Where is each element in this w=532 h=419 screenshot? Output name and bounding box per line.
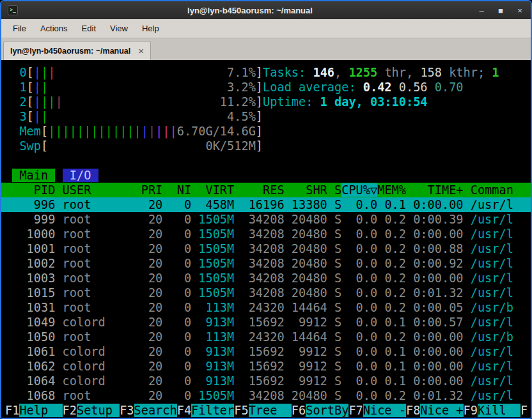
fkey-label-f5[interactable]: Tree (249, 404, 292, 417)
process-row-1050[interactable]: 1050 root 20 0 113M 24320 14464 S 0.0 0.… (1, 330, 531, 344)
process-row-1064[interactable]: 1064 colord 20 0 913M 15692 9912 S 0.0 0… (1, 374, 531, 388)
cpu-meter-0: 0[||| 7.1%]Tasks: 146, 1255 thr, 158 kth… (1, 65, 531, 80)
htop-tab-main[interactable]: Main (12, 169, 55, 182)
menu-item-actions[interactable]: Actions (34, 20, 74, 36)
process-row-1062[interactable]: 1062 colord 20 0 913M 15692 9912 S 0.0 0… (1, 359, 531, 374)
menu-item-view[interactable]: View (104, 20, 134, 36)
process-row-1049[interactable]: 1049 colord 20 0 913M 15692 9912 S 0.0 0… (1, 315, 531, 330)
fkey-f2[interactable]: F2 (63, 404, 77, 417)
column-header-s[interactable]: S (327, 183, 341, 197)
fkey-f1[interactable]: F1 (5, 404, 19, 417)
fkey-f5[interactable]: F5 (234, 404, 248, 417)
process-row-1015[interactable]: 1015 root 20 0 1505M 34208 20480 S 0.0 0… (1, 286, 531, 300)
menu-item-help[interactable]: Help (136, 20, 166, 36)
column-header-cmd[interactable]: Comman (471, 183, 528, 197)
process-table-header[interactable]: PID USER PRI NI VIRT RES SHR SCPU%▽MEM% … (1, 183, 531, 197)
htop-tab-io[interactable]: I/O (63, 169, 98, 182)
process-row-999[interactable]: 999 root 20 0 1505M 34208 20480 S 0.0 0.… (1, 212, 531, 227)
minimize-button[interactable]: – (477, 6, 486, 15)
fkey-label-f7[interactable]: Nice - (363, 404, 406, 417)
process-row-1061[interactable]: 1061 colord 20 0 913M 15692 9912 S 0.0 0… (1, 344, 531, 359)
fkey-label-f9[interactable]: Kill (478, 404, 520, 417)
fkey-f10-truncated[interactable]: F (520, 404, 528, 417)
column-header-time[interactable]: TIME+ (406, 183, 464, 197)
window-title: lyn@lyn-b450aorusm: ~/manual (23, 6, 477, 15)
titlebar[interactable]: >_ lyn@lyn-b450aorusm: ~/manual – ■ × (1, 1, 531, 19)
process-row-1068[interactable]: 1068 root 20 0 1505M 34208 20480 S 0.0 0… (1, 388, 531, 403)
terminal-app-icon: >_ (8, 5, 18, 15)
fkey-f4[interactable]: F4 (177, 404, 191, 417)
cpu-meter-3: 3[|| 4.5%] (1, 109, 531, 124)
maximize-button[interactable]: ■ (496, 6, 505, 15)
process-row-1002[interactable]: 1002 root 20 0 1505M 34208 20480 S 0.0 0… (1, 256, 531, 271)
terminal-window: >_ lyn@lyn-b450aorusm: ~/manual – ■ × Fi… (0, 0, 532, 419)
cpu-meter-2: 2[|||| 11.2%]Uptime: 1 day, 03:10:54 (1, 95, 531, 109)
process-row-1031[interactable]: 1031 root 20 0 113M 24320 14464 S 0.0 0.… (1, 300, 531, 315)
column-header-virt[interactable]: VIRT (191, 183, 234, 197)
process-row-1001[interactable]: 1001 root 20 0 1505M 34208 20480 S 0.0 0… (1, 241, 531, 256)
column-header-user[interactable]: USER (63, 183, 127, 197)
function-key-bar: F1Help F2Setup F3SearchF4FilterF5Tree F6… (1, 403, 531, 418)
fkey-label-f2[interactable]: Setup (77, 404, 120, 417)
terminal-tab-label: lyn@lyn-b450aorusm: ~/manual (10, 47, 130, 56)
fkey-label-f4[interactable]: Filter (191, 404, 234, 417)
fkey-f9[interactable]: F9 (464, 404, 478, 417)
column-header-res[interactable]: RES (234, 183, 284, 197)
close-button[interactable]: × (515, 6, 524, 15)
terminal-tab[interactable]: lyn@lyn-b450aorusm: ~/manual × (3, 41, 151, 60)
menubar: File Actions Edit View Help (1, 19, 531, 38)
column-header-pid[interactable]: PID (5, 183, 55, 197)
column-header-ni[interactable]: NI (162, 183, 191, 197)
window-controls: – ■ × (477, 6, 524, 15)
fkey-f7[interactable]: F7 (348, 404, 363, 417)
process-row-996[interactable]: 996 root 20 0 458M 16196 13380 S 0.0 0.1… (1, 197, 531, 212)
cpu-meter-1: 1[|| 3.2%]Load average: 0.42 0.56 0.70 (1, 80, 531, 95)
process-row-1000[interactable]: 1000 root 20 0 1505M 34208 20480 S 0.0 0… (1, 227, 531, 241)
menu-item-edit[interactable]: Edit (75, 20, 102, 36)
blank-line (1, 153, 531, 168)
column-header-mem[interactable]: MEM% (377, 183, 406, 197)
fkey-label-f6[interactable]: SortBy (306, 404, 348, 417)
htop-screen-tabs: Main I/O (1, 168, 531, 183)
column-header-cpu[interactable]: CPU%▽ (341, 183, 377, 197)
swap-meter: Swp[ 0K/512M] (1, 139, 531, 153)
process-row-1003[interactable]: 1003 root 20 0 1505M 34208 20480 S 0.0 0… (1, 271, 531, 286)
tab-close-icon[interactable]: × (138, 45, 144, 56)
tab-bar: lyn@lyn-b450aorusm: ~/manual × (1, 38, 531, 60)
fkey-label-f8[interactable]: Nice + (420, 404, 463, 417)
fkey-f6[interactable]: F6 (292, 404, 306, 417)
htop-screen: 0[||| 7.1%]Tasks: 146, 1255 thr, 158 kth… (1, 65, 531, 403)
fkey-f8[interactable]: F8 (406, 404, 420, 417)
fkey-f3[interactable]: F3 (120, 404, 134, 417)
menu-item-file[interactable]: File (6, 20, 33, 36)
column-header-shr[interactable]: SHR (285, 183, 327, 197)
memory-meter: Mem[||||||||||||||||||6.70G/14.6G] (1, 124, 531, 139)
fkey-label-f1[interactable]: Help (19, 404, 62, 417)
terminal[interactable]: 0[||| 7.1%]Tasks: 146, 1255 thr, 158 kth… (1, 60, 531, 418)
fkey-label-f3[interactable]: Search (134, 404, 177, 417)
column-header-pri[interactable]: PRI (127, 183, 162, 197)
